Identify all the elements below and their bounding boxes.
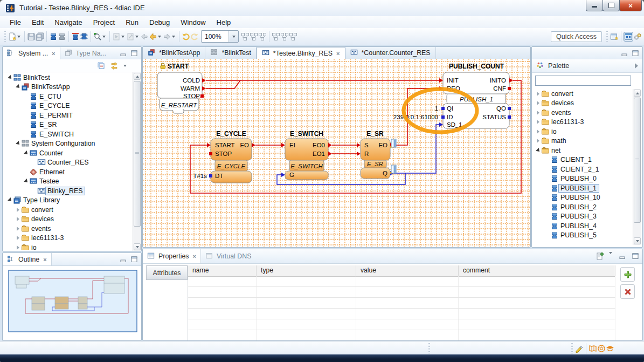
table-cell[interactable] (257, 287, 356, 297)
tree-item-iec61131-3[interactable]: iec61131-3 (533, 118, 627, 127)
twistie-icon[interactable] (535, 119, 541, 125)
connection-marker[interactable] (390, 165, 396, 174)
tab-properties[interactable]: Properties × (143, 249, 201, 263)
tree-item-counter-res[interactable]: Counter_RES (4, 158, 132, 168)
table-cell[interactable] (257, 330, 356, 340)
tree-item-e-sr[interactable]: E_SR (4, 120, 132, 130)
column-header-value[interactable]: value (356, 265, 459, 276)
table-cell[interactable] (459, 298, 615, 308)
delete-attribute-button[interactable] (620, 284, 635, 299)
table-cell[interactable] (459, 330, 615, 340)
tab-type-navigator[interactable]: Type Na... (60, 47, 110, 59)
fb-name[interactable]: E_SR (366, 130, 384, 138)
port-label-eo[interactable]: EO (240, 142, 249, 148)
port-label-s[interactable]: S (364, 142, 369, 148)
port-label-cnf[interactable]: CNF (493, 85, 506, 92)
fb-start[interactable]: START COLD WARM STOP E_RESTART (157, 63, 206, 113)
search-icon[interactable] (93, 32, 102, 41)
map-icon[interactable] (588, 344, 597, 353)
tree-item-ethernet[interactable]: Ethernet (4, 167, 132, 177)
menu-project[interactable]: Project (88, 17, 120, 28)
write-protect-icon[interactable] (575, 344, 584, 353)
port-label-eo0[interactable]: EO0 (313, 142, 325, 148)
statusbar-drag-handle[interactable] (428, 343, 430, 354)
tree-item-blinktest[interactable]: BlinkTest (4, 73, 132, 83)
port-label-eo[interactable]: EO (378, 142, 387, 148)
toolbar-drag-handle[interactable] (4, 31, 6, 42)
twistie-icon[interactable] (535, 138, 541, 144)
fbn-canvas[interactable]: START COLD WARM STOP E_RESTART (143, 59, 530, 247)
maximize-view-icon[interactable] (130, 255, 139, 264)
save-icon[interactable] (27, 32, 36, 41)
minimize-view-icon[interactable] (620, 49, 629, 58)
port-label-ei[interactable]: EI (289, 142, 295, 148)
table-row[interactable] (188, 330, 615, 340)
table-cell[interactable] (257, 319, 356, 330)
close-tab-icon[interactable]: × (191, 253, 196, 259)
port-value-dt[interactable]: T#1s (193, 173, 207, 179)
graduation-cap-icon[interactable] (606, 344, 614, 353)
port-label-q[interactable]: Q (383, 170, 387, 176)
tree-item-events[interactable]: events (4, 224, 132, 234)
menu-debug[interactable]: Debug (144, 17, 175, 28)
table-cell[interactable] (188, 309, 257, 319)
table-cell[interactable] (188, 298, 257, 308)
outline-thumbnail[interactable] (4, 268, 139, 338)
new-dropdown-icon[interactable] (17, 36, 20, 38)
tree-item-io[interactable]: io (533, 127, 627, 136)
column-header-type[interactable]: type (257, 265, 356, 276)
data-connector-dt[interactable] (209, 174, 212, 177)
fb-esr[interactable]: E_SR S R EO E_SR Q (357, 130, 394, 179)
tree-item-publish-2[interactable]: PUBLISH_2 (533, 202, 627, 212)
palette-header[interactable]: Palette (532, 59, 642, 73)
external-tools-dropdown-icon[interactable] (135, 36, 139, 38)
pin-view-icon[interactable] (595, 252, 604, 261)
tree-item-e-ctu[interactable]: E_CTU (4, 92, 132, 101)
table-cell[interactable] (356, 287, 459, 297)
table-row[interactable] (188, 287, 615, 298)
redo-icon[interactable] (190, 32, 199, 41)
port-value-qi[interactable]: 1 (435, 105, 438, 112)
twistie-icon[interactable] (15, 141, 21, 146)
twistie-icon[interactable] (7, 197, 13, 203)
twistie-icon[interactable] (15, 245, 21, 250)
minimize-view-icon[interactable] (618, 252, 627, 261)
tree-item-e-permit[interactable]: E_PERMIT (4, 111, 132, 120)
twistie-icon[interactable] (15, 235, 21, 241)
port-label-r[interactable]: R (364, 151, 369, 157)
table-cell[interactable] (459, 319, 615, 330)
external-tools-icon[interactable] (126, 32, 135, 41)
maximize-view-icon[interactable] (631, 252, 640, 261)
twistie-icon[interactable] (15, 216, 21, 222)
tree-item-system-configuration[interactable]: System Configuration (4, 139, 132, 149)
menu-edit[interactable]: Edit (26, 17, 49, 28)
tree-item-blinktestapp[interactable]: BlinkTestApp (4, 83, 132, 92)
twistie-icon[interactable] (535, 110, 541, 115)
table-cell[interactable] (459, 287, 615, 297)
tree-item-publish-10[interactable]: PUBLISH_10 (533, 193, 627, 203)
tree-item-testee[interactable]: Testee (4, 177, 132, 187)
tree-item-publish-1[interactable]: PUBLISH_1 (533, 183, 627, 193)
table-cell[interactable] (188, 276, 257, 286)
tree-item-blinky-res[interactable]: Blinky_RES (4, 186, 132, 196)
menu-window[interactable]: Window (175, 17, 211, 28)
palette-scrollbar[interactable] (633, 89, 641, 245)
twistie-icon[interactable] (535, 100, 541, 106)
port-label-warm[interactable]: WARM (181, 85, 200, 92)
zoom-dropdown-icon[interactable] (228, 31, 238, 42)
minimize-view-icon[interactable] (119, 255, 128, 264)
data-connector-g[interactable] (281, 173, 285, 177)
palette-pin-icon[interactable] (635, 63, 638, 69)
editor-tab--blinktest[interactable]: *BlinkTest (205, 47, 256, 59)
tree-item-convert[interactable]: convert (533, 89, 627, 99)
table-row[interactable] (188, 309, 615, 319)
tree-item-e-cycle[interactable]: E_CYCLE (4, 101, 132, 111)
link-with-editor-icon[interactable] (110, 62, 119, 70)
table-row[interactable] (188, 319, 615, 330)
twistie-icon[interactable] (15, 84, 21, 90)
tab-outline[interactable]: Outline × (3, 253, 52, 265)
tab-system-management[interactable]: System ... × (3, 47, 60, 59)
table-cell[interactable] (257, 298, 356, 308)
tree-item-devices[interactable]: devices (533, 99, 627, 108)
tree-item-publish-4[interactable]: PUBLISH_4 (533, 221, 627, 231)
